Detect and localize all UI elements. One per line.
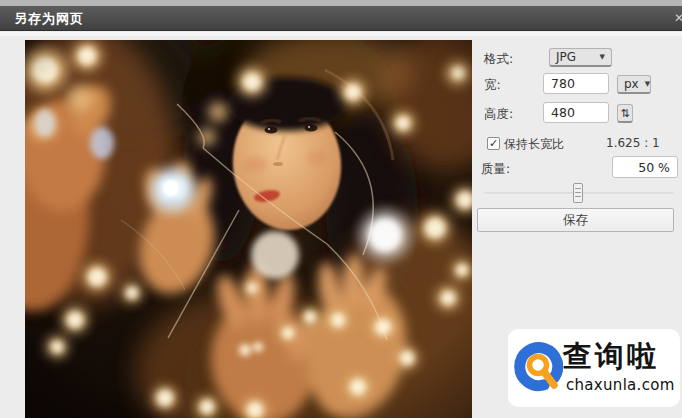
format-select[interactable]: JPG ▼ [549,48,612,67]
chaxunla-logo-icon [511,339,563,399]
photo-preview [25,40,472,418]
width-label: 宽: [484,77,501,93]
close-icon[interactable]: ✕ [674,11,682,25]
unit-value: px [624,77,639,91]
quality-label: 质量: [481,161,510,177]
chevron-down-icon: ▼ [645,80,650,88]
watermark-brand: 查询啦 [563,337,659,377]
width-input[interactable] [543,73,609,94]
watermark-badge: 查询啦 chaxunla.com [508,329,680,407]
height-input[interactable] [543,102,609,123]
watermark-domain: chaxunla.com [566,376,675,394]
chevron-down-icon: ▼ [600,53,605,61]
save-button[interactable]: 保存 [477,208,674,232]
quality-slider-thumb[interactable] [573,183,583,203]
aspect-ratio-value: 1.625 : 1 [606,136,660,150]
unit-select[interactable]: px ▼ [617,75,651,94]
height-label: 高度: [484,106,513,122]
format-label: 格式: [484,51,513,67]
format-value: JPG [556,50,576,64]
save-for-web-dialog: 另存为网页 ✕ [0,0,682,418]
dialog-titlebar: 另存为网页 ✕ [0,6,682,31]
check-icon: ✓ [489,137,498,150]
aspect-ratio-checkbox[interactable]: ✓ [487,137,500,150]
dialog-title: 另存为网页 [14,10,84,28]
quality-input[interactable] [612,156,678,178]
swap-arrows-icon: ⇅ [620,107,629,120]
aspect-ratio-label: 保持长宽比 [504,136,564,152]
photo-illustration [25,40,472,418]
swap-dimensions-button[interactable]: ⇅ [617,104,633,123]
titlebar-divider [0,32,682,36]
